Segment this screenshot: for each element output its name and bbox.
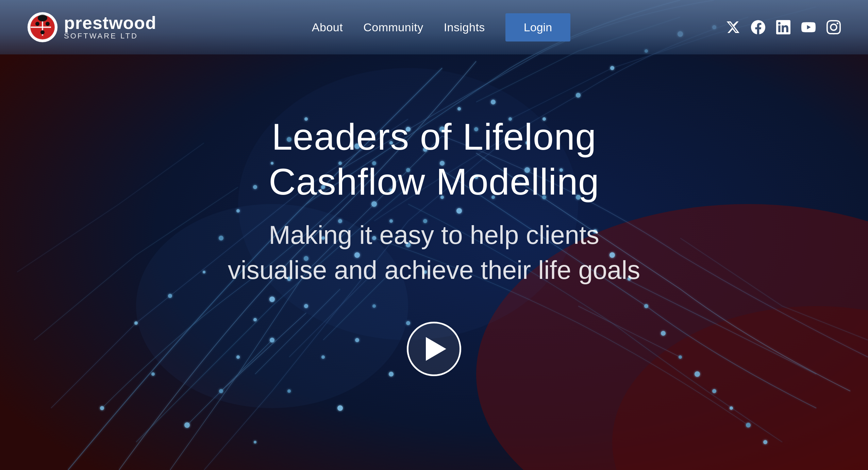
logo-tagline: SOFTWARE LTD — [64, 32, 156, 40]
hero-section: prestwood SOFTWARE LTD About Community I… — [0, 0, 868, 470]
logo-icon — [27, 12, 58, 43]
svg-point-88 — [46, 22, 50, 26]
nav-insights[interactable]: Insights — [444, 21, 485, 34]
hero-content: Leaders of Lifelong Cashflow Modelling M… — [0, 0, 868, 470]
nav-about[interactable]: About — [312, 21, 343, 34]
navbar: prestwood SOFTWARE LTD About Community I… — [0, 0, 868, 54]
social-icons — [726, 20, 841, 34]
play-button[interactable] — [407, 322, 461, 376]
svg-point-89 — [40, 30, 45, 34]
logo-name: prestwood — [64, 14, 156, 32]
hero-title: Leaders of Lifelong Cashflow Modelling — [269, 114, 599, 204]
facebook-icon[interactable] — [751, 20, 765, 34]
youtube-icon[interactable] — [801, 20, 816, 34]
hero-subtitle: Making it easy to help clients visualise… — [228, 218, 640, 287]
nav-links: About Community Insights Login — [312, 13, 570, 41]
hero-subtitle-line1: Making it easy to help clients — [269, 220, 599, 249]
linkedin-icon[interactable] — [776, 20, 790, 34]
svg-point-87 — [35, 22, 39, 26]
logo-container[interactable]: prestwood SOFTWARE LTD — [27, 12, 156, 43]
twitter-icon[interactable] — [726, 20, 740, 34]
hero-title-line2: Cashflow Modelling — [269, 161, 599, 202]
login-button[interactable]: Login — [505, 13, 570, 41]
hero-title-line1: Leaders of Lifelong — [272, 116, 597, 157]
svg-rect-86 — [31, 27, 51, 28]
instagram-icon[interactable] — [827, 20, 841, 34]
play-icon — [426, 337, 446, 361]
logo-text: prestwood SOFTWARE LTD — [64, 14, 156, 40]
nav-community[interactable]: Community — [363, 21, 423, 34]
hero-subtitle-line2: visualise and achieve their life goals — [228, 255, 640, 284]
